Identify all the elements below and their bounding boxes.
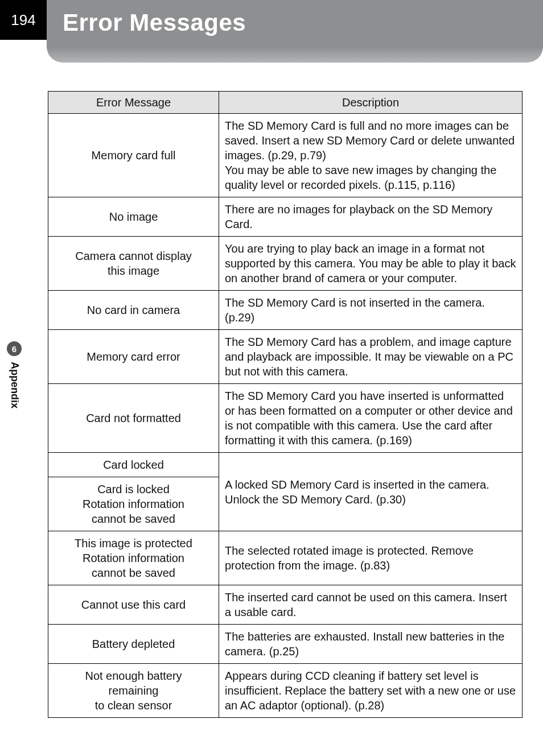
msg-cell: Camera cannot display this image bbox=[48, 237, 219, 291]
table-row: Memory card error The SD Memory Card has… bbox=[48, 330, 523, 384]
table-header-row: Error Message Description bbox=[48, 92, 523, 114]
page-number-box: 194 bbox=[0, 0, 47, 40]
msg-cell: No card in camera bbox=[48, 291, 219, 330]
error-messages-table: Error Message Description Memory card fu… bbox=[48, 91, 523, 718]
desc-cell: The SD Memory Card has a problem, and im… bbox=[219, 330, 523, 384]
table-row: Memory card full The SD Memory Card is f… bbox=[48, 114, 523, 197]
page-number: 194 bbox=[11, 11, 35, 29]
col-header-error-message: Error Message bbox=[48, 92, 219, 114]
msg-cell: No image bbox=[48, 197, 219, 237]
section-number: 6 bbox=[12, 344, 17, 354]
desc-cell: There are no images for playback on the … bbox=[219, 197, 523, 237]
msg-cell: Card locked bbox=[48, 453, 219, 477]
msg-cell: Memory card error bbox=[48, 330, 219, 384]
table-row: Card not formatted The SD Memory Card yo… bbox=[48, 384, 523, 453]
col-header-description: Description bbox=[219, 92, 523, 114]
title-box: Error Messages bbox=[47, 0, 543, 63]
msg-cell: Memory card full bbox=[48, 114, 219, 197]
sidebar-tab: 6 Appendix bbox=[7, 341, 22, 408]
desc-cell: The SD Memory Card is not inserted in th… bbox=[219, 291, 523, 330]
section-label: Appendix bbox=[9, 362, 20, 408]
desc-cell: A locked SD Memory Card is inserted in t… bbox=[219, 453, 523, 531]
desc-cell: You are trying to play back an image in … bbox=[219, 237, 523, 291]
msg-cell: Not enough battery remaining to clean se… bbox=[48, 664, 219, 718]
table-row: No image There are no images for playbac… bbox=[48, 197, 523, 237]
content-area: Error Message Description Memory card fu… bbox=[0, 63, 543, 718]
desc-cell: The selected rotated image is protected.… bbox=[219, 531, 523, 585]
section-number-badge: 6 bbox=[7, 341, 22, 356]
table-row: This image is protected Rotation informa… bbox=[48, 531, 523, 585]
table-row: Camera cannot display this image You are… bbox=[48, 237, 523, 291]
desc-cell: The SD Memory Card you have inserted is … bbox=[219, 384, 523, 453]
desc-cell: The inserted card cannot be used on this… bbox=[219, 585, 523, 625]
msg-cell: This image is protected Rotation informa… bbox=[48, 531, 219, 585]
msg-cell: Card is locked Rotation information cann… bbox=[48, 477, 219, 531]
table-row: Not enough battery remaining to clean se… bbox=[48, 664, 523, 718]
msg-cell: Cannot use this card bbox=[48, 585, 219, 625]
desc-cell: Appears during CCD cleaning if battery s… bbox=[219, 664, 523, 718]
desc-cell: The SD Memory Card is full and no more i… bbox=[219, 114, 523, 197]
table-row: Cannot use this card The inserted card c… bbox=[48, 585, 523, 625]
msg-cell: Card not formatted bbox=[48, 384, 219, 453]
page-title: Error Messages bbox=[63, 9, 246, 36]
msg-cell: Battery depleted bbox=[48, 625, 219, 664]
top-banner: 194 Error Messages bbox=[0, 0, 543, 63]
table-row: No card in camera The SD Memory Card is … bbox=[48, 291, 523, 330]
table-row: Card locked A locked SD Memory Card is i… bbox=[48, 453, 523, 477]
desc-cell: The batteries are exhausted. Install new… bbox=[219, 625, 523, 664]
table-row: Battery depleted The batteries are exhau… bbox=[48, 625, 523, 664]
